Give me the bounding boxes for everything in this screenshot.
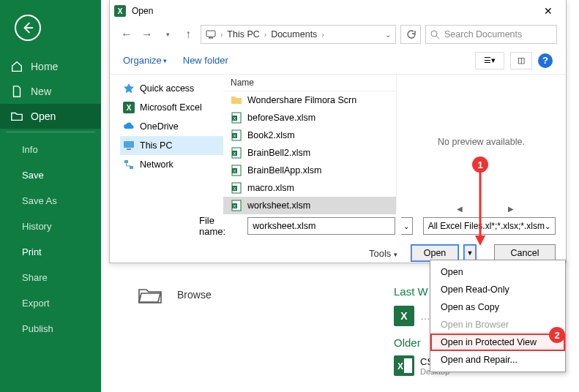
file-item[interactable]: X macro.xlsm (223, 179, 396, 197)
file-label: worksheet.xlsm (247, 200, 310, 211)
sidebar-item-open[interactable]: Open (0, 104, 101, 129)
menu-open-readonly[interactable]: Open Read-Only (430, 281, 565, 298)
chevron-down-icon: ▼ (467, 249, 474, 257)
sidebar-item-info[interactable]: Info (0, 137, 101, 162)
nav-back-button[interactable]: ← (119, 26, 135, 42)
file-item-selected[interactable]: X worksheet.xlsm (223, 197, 396, 214)
file-item[interactable]: X beforeSave.xlsm (223, 109, 396, 127)
excel-file-icon: X (394, 355, 414, 376)
breadcrumb-bar[interactable]: › This PC › Documents › ⌄ (201, 25, 396, 44)
svg-marker-35 (475, 235, 485, 246)
recent-file-1[interactable]: X … (394, 306, 430, 326)
xlsm-icon: X (231, 129, 242, 141)
svg-rect-13 (127, 148, 131, 150)
file-label: BrainBellApp.xlsm (247, 165, 321, 176)
tree-label: OneDrive (140, 121, 179, 132)
nav-history-button[interactable]: ▾ (160, 26, 176, 42)
close-button[interactable]: ✕ (535, 1, 561, 20)
menu-open-browser: Open in Browser (430, 316, 565, 333)
file-item[interactable]: X BrainBell2.xlsm (223, 144, 396, 162)
sidebar-item-save[interactable]: Save (0, 162, 101, 188)
svg-rect-3 (404, 358, 412, 373)
sidebar-item-home[interactable]: Home (0, 54, 101, 79)
svg-text:X: X (233, 151, 236, 156)
sidebar-item-publish[interactable]: Publish (0, 316, 101, 342)
svg-text:X: X (233, 204, 236, 208)
file-filter-dropdown[interactable]: All Excel Files.xl*;*.xlsx;*.xlsm ⌄ (423, 217, 556, 235)
sidebar-divider (6, 132, 95, 132)
file-label: macro.xlsm (247, 183, 294, 193)
filename-input[interactable] (247, 217, 395, 235)
search-icon (430, 30, 440, 39)
column-header-name[interactable]: Name (223, 75, 396, 91)
close-icon: ✕ (544, 5, 553, 17)
file-item[interactable]: X BrainBellApp.xlsm (223, 162, 396, 179)
tree-quick-access[interactable]: Quick access (120, 79, 223, 98)
tree-excel[interactable]: X Microsoft Excel (120, 98, 223, 117)
svg-text:X: X (233, 116, 236, 121)
dialog-titlebar: X Open ✕ (110, 0, 566, 22)
xlsm-icon: X (231, 147, 242, 159)
menu-open-copy[interactable]: Open as Copy (430, 298, 565, 316)
open-options-menu: Open Open Read-Only Open as Copy Open in… (430, 260, 566, 372)
filename-dropdown-button[interactable]: ⌄ (401, 217, 412, 235)
sidebar-item-export[interactable]: Export (0, 290, 101, 316)
svg-rect-12 (124, 141, 134, 148)
search-placeholder: Search Documents (444, 29, 522, 39)
back-button[interactable] (15, 15, 41, 41)
menu-open-protected-view[interactable]: Open in Protected View (430, 333, 565, 351)
preview-pane-button[interactable]: ◫ (510, 52, 532, 69)
file-label: Book2.xlsm (247, 130, 295, 140)
sidebar-item-share[interactable]: Share (0, 265, 101, 290)
organize-button[interactable]: Organize▾ (123, 55, 167, 66)
arrow-left-icon: ← (121, 28, 132, 41)
sidebar-item-saveas[interactable]: Save As (0, 188, 101, 214)
svg-rect-0 (394, 306, 414, 326)
browse-item[interactable]: Browse (138, 285, 212, 304)
breadcrumb-thispc[interactable]: This PC (227, 29, 259, 39)
section-older: Older (394, 336, 421, 349)
new-folder-button[interactable]: New folder (183, 55, 228, 66)
menu-open-repair[interactable]: Open and Repair... (430, 351, 565, 369)
preview-message: No preview available. (438, 137, 525, 147)
dialog-toolbar: Organize▾ New folder ☰▾ ◫ ? (110, 47, 566, 75)
scroll-left-icon: ◀ (457, 205, 463, 213)
tools-button[interactable]: Tools ▾ (369, 248, 397, 259)
file-item-folder[interactable]: Wondershare Filmora Scrn (223, 91, 396, 109)
excel-app-icon: X (123, 102, 135, 113)
sidebar-item-history[interactable]: History (0, 214, 101, 239)
filename-label: File name: (199, 215, 242, 237)
help-button[interactable]: ? (538, 53, 553, 68)
svg-rect-2 (394, 355, 414, 376)
browse-label: Browse (177, 289, 212, 301)
file-label: beforeSave.xlsm (247, 113, 315, 123)
sidebar-item-new[interactable]: New (0, 79, 101, 104)
nav-forward-button[interactable]: → (139, 26, 155, 42)
sidebar-item-print[interactable]: Print (0, 239, 101, 265)
annotation-callout-2: 2 (549, 327, 565, 343)
excel-app-icon: X (114, 5, 126, 17)
file-item[interactable]: X Book2.xlsm (223, 127, 396, 144)
chevron-right-icon: › (321, 31, 324, 39)
breadcrumb-documents[interactable]: Documents (271, 29, 317, 39)
search-input[interactable]: Search Documents (425, 25, 557, 44)
tree-label: This PC (140, 140, 172, 151)
tree-network[interactable]: Network (120, 155, 223, 174)
menu-label: Open in Protected View (441, 337, 537, 347)
arrow-up-icon: ↑ (185, 28, 191, 41)
svg-text:X: X (397, 361, 403, 372)
scroll-right-icon: ▶ (508, 205, 514, 213)
network-icon (123, 159, 135, 170)
chevron-down-icon: ⌄ (403, 222, 409, 230)
section-last-week: Last W (394, 285, 428, 298)
menu-open[interactable]: Open (430, 263, 565, 281)
chevron-down-icon: ⌄ (545, 222, 550, 230)
file-list: Name Wondershare Filmora Scrn X beforeSa… (223, 75, 396, 209)
chevron-down-icon[interactable]: ⌄ (385, 31, 391, 39)
chevron-right-icon: › (264, 31, 266, 39)
refresh-button[interactable] (400, 25, 421, 44)
tree-onedrive[interactable]: OneDrive (120, 117, 223, 136)
nav-up-button[interactable]: ↑ (180, 26, 196, 42)
view-mode-button[interactable]: ☰▾ (475, 52, 504, 69)
tree-this-pc[interactable]: This PC (120, 136, 223, 155)
